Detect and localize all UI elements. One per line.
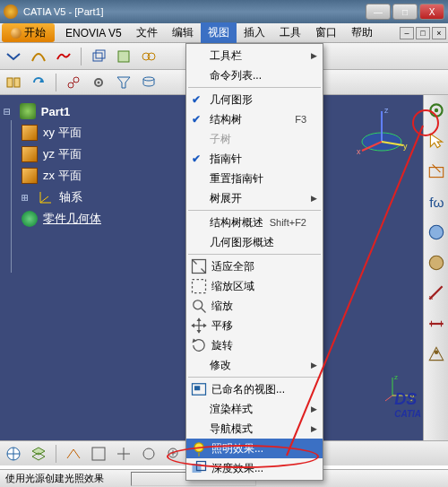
- mdi-controls: – □ ×: [400, 27, 446, 39]
- menu-depth-effect[interactable]: 深度效果...: [186, 458, 323, 478]
- settings-icon[interactable]: [426, 100, 446, 120]
- start-logo-icon: [11, 28, 22, 39]
- tree-partbody[interactable]: 零件几何体: [4, 208, 176, 230]
- gear-icon[interactable]: [89, 73, 108, 92]
- menu-compass[interactable]: ✔指南针: [186, 149, 323, 169]
- window-maximize-button[interactable]: □: [392, 4, 418, 20]
- bt-zoomin-icon[interactable]: [164, 444, 184, 464]
- menu-lighting[interactable]: 照明效果...: [186, 439, 323, 458]
- tree-yz-plane[interactable]: yz 平面: [4, 143, 176, 165]
- mdi-close[interactable]: ×: [432, 27, 446, 39]
- named-views-icon: [190, 381, 208, 397]
- select-arrow-icon[interactable]: [426, 131, 446, 151]
- menu-render-style[interactable]: 渲染样式▶: [186, 399, 323, 419]
- tree-axis-label: 轴系: [59, 189, 82, 205]
- formula-icon[interactable]: fω: [426, 192, 446, 212]
- svg-line-32: [429, 286, 442, 299]
- body-icon: [22, 211, 38, 227]
- scale-icon[interactable]: [426, 344, 446, 364]
- menu-fit-all[interactable]: 适应全部: [186, 257, 323, 276]
- view-dropdown-menu: 工具栏▶ 命令列表... ✔几何图形 ✔结构树F3 子树 ✔指南针 重置指南针 …: [185, 43, 323, 481]
- menu-pan[interactable]: 平移: [186, 316, 323, 335]
- svg-line-16: [40, 196, 48, 203]
- window-close-button[interactable]: X: [419, 4, 444, 20]
- menu-modify[interactable]: 修改▶: [186, 355, 323, 375]
- menu-tree-expand[interactable]: 树展开▶: [186, 188, 323, 208]
- menu-window[interactable]: 窗口: [308, 22, 344, 43]
- menu-spec-tree[interactable]: ✔结构树F3: [186, 109, 323, 129]
- specification-tree[interactable]: ⊟ Part1 xy 平面 yz 平面 zx 平面 ⊞ 轴系 零件几何体: [0, 95, 179, 235]
- menu-zoom[interactable]: 缩放: [186, 296, 323, 316]
- menu-help[interactable]: 帮助: [344, 22, 380, 43]
- measure-2-icon[interactable]: [426, 314, 446, 334]
- menu-named-views[interactable]: 已命名的视图...: [186, 379, 323, 399]
- svg-point-48: [194, 300, 202, 309]
- menu-geom-overview[interactable]: 几何图形概述: [186, 232, 323, 252]
- svg-rect-5: [7, 78, 13, 87]
- tree-root[interactable]: ⊟ Part1: [4, 100, 176, 122]
- part-icon: [20, 103, 36, 119]
- menu-edit[interactable]: 编辑: [165, 22, 201, 43]
- menu-spec-overview[interactable]: 结构树概述Shift+F2: [186, 213, 323, 232]
- svg-point-30: [429, 225, 443, 239]
- menu-enovia[interactable]: ENOVIA V5: [58, 24, 129, 42]
- align-icon[interactable]: [4, 73, 23, 92]
- bt-fit-icon[interactable]: [89, 444, 108, 464]
- filter-icon[interactable]: [114, 73, 134, 92]
- mdi-minimize[interactable]: –: [400, 27, 414, 39]
- window-minimize-button[interactable]: —: [366, 4, 391, 20]
- svg-rect-0: [93, 53, 102, 61]
- svg-line-45: [193, 260, 197, 265]
- svg-text:z: z: [384, 106, 389, 115]
- compass-icon[interactable]: z y x: [355, 104, 409, 158]
- status-text: 使用光源创建光照效果: [5, 472, 104, 485]
- svg-rect-2: [118, 51, 129, 62]
- svg-rect-47: [193, 280, 206, 293]
- svg-point-11: [98, 81, 100, 83]
- menu-toolbars[interactable]: 工具栏▶: [186, 46, 323, 65]
- bt-rotate-icon[interactable]: [139, 444, 159, 464]
- tree-xy-plane[interactable]: xy 平面: [4, 122, 176, 143]
- svg-marker-64: [32, 448, 45, 455]
- start-menu-button[interactable]: 开始: [2, 23, 55, 42]
- check-icon: ✔: [192, 152, 201, 165]
- menu-rotate[interactable]: 旋转: [186, 335, 323, 355]
- svg-marker-54: [191, 324, 194, 328]
- tree-axis-system[interactable]: ⊞ 轴系: [4, 187, 176, 208]
- link-icon[interactable]: [64, 73, 83, 92]
- surface-icon[interactable]: [54, 47, 73, 66]
- menu-zoom-area[interactable]: 缩放区域: [186, 276, 323, 296]
- menu-reset-compass[interactable]: 重置指南针: [186, 169, 323, 188]
- mdi-restore[interactable]: □: [416, 27, 430, 39]
- ds-logo-text: DS: [394, 390, 417, 408]
- svg-text:z: z: [394, 373, 398, 381]
- menu-command-list[interactable]: 命令列表...: [186, 65, 323, 85]
- curve-icon[interactable]: [29, 47, 48, 66]
- bt-fly-icon[interactable]: [64, 444, 83, 464]
- bt-pan-icon[interactable]: [114, 444, 134, 464]
- tree-xy-label: xy 平面: [43, 125, 82, 141]
- sync-icon[interactable]: [29, 73, 48, 92]
- menu-tools[interactable]: 工具: [272, 22, 308, 43]
- sketch-icon[interactable]: [426, 161, 446, 181]
- sphere-icon[interactable]: [426, 222, 446, 242]
- toggle-icon[interactable]: [4, 47, 23, 66]
- bt-world-icon[interactable]: [4, 444, 23, 464]
- bt-layers-icon[interactable]: [29, 444, 48, 464]
- tree-root-label: Part1: [41, 105, 71, 118]
- menu-view[interactable]: 视图: [201, 22, 237, 43]
- tree-zx-plane[interactable]: zx 平面: [4, 165, 176, 187]
- menu-insert[interactable]: 插入: [237, 22, 272, 43]
- measure-1-icon[interactable]: [426, 283, 446, 303]
- menu-file[interactable]: 文件: [129, 22, 165, 43]
- join-icon[interactable]: [139, 47, 159, 66]
- plane-icon: [22, 125, 38, 141]
- extrude-icon[interactable]: [114, 47, 134, 66]
- check-icon: ✔: [192, 113, 201, 126]
- box-icon[interactable]: [89, 47, 108, 66]
- menu-geometry[interactable]: ✔几何图形: [186, 90, 323, 109]
- search-db-icon[interactable]: [139, 73, 159, 92]
- menu-nav-mode[interactable]: 导航模式▶: [186, 419, 323, 439]
- svg-marker-12: [117, 77, 130, 88]
- material-icon[interactable]: [426, 253, 446, 273]
